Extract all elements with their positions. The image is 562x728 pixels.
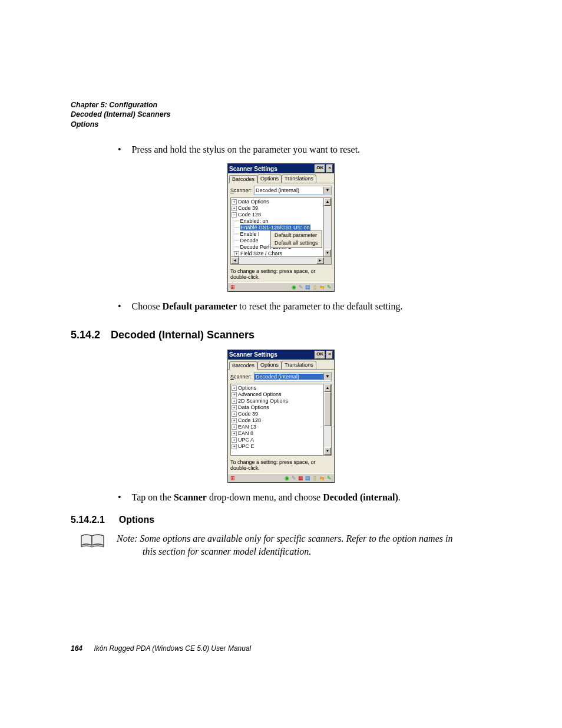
horizontal-scrollbar[interactable]: ◄ ► <box>231 256 331 264</box>
scroll-left-icon[interactable]: ◄ <box>231 257 239 264</box>
tray-icon-3[interactable]: ▤ <box>305 284 311 291</box>
context-menu: Default parameter Default all settings <box>270 230 322 248</box>
tray-icon-7[interactable]: ✎ <box>326 475 332 481</box>
tab-barcodes[interactable]: Barcodes <box>229 361 257 370</box>
tray-icon-1[interactable]: ◉ <box>283 475 290 481</box>
titlebar[interactable]: Scanner Settings OK × <box>228 350 334 360</box>
book-icon <box>80 532 105 558</box>
window-title: Scanner Settings <box>229 351 313 358</box>
tree-selected-item[interactable]: Enable GS1-128/GS1 US: on <box>240 225 310 230</box>
hint-text: To change a setting: press space, or dou… <box>228 267 334 282</box>
ctx-default-all[interactable]: Default all settings <box>271 239 322 247</box>
section-title: Decoded (Internal) Scanners <box>111 329 254 341</box>
scanner-dropdown[interactable]: Decoded (internal) ▼ <box>254 186 332 195</box>
scanner-label: Scanner: <box>230 374 252 380</box>
tray-icon-6[interactable]: ⇆ <box>319 475 325 481</box>
close-button[interactable]: × <box>326 164 333 173</box>
scanner-settings-window-2: Scanner Settings OK × Barcodes Options T… <box>227 350 335 483</box>
scroll-up-icon[interactable]: ▲ <box>324 198 331 206</box>
tab-translations[interactable]: Translations <box>282 361 316 369</box>
tray-icon-2[interactable]: ✎ <box>297 284 304 291</box>
subsection-number: 5.14.2.1 <box>71 515 105 525</box>
chapter-line1: Chapter 5: Configuration <box>71 100 491 110</box>
ok-button[interactable]: OK <box>315 351 325 359</box>
scanner-settings-window-1: Scanner Settings OK × Barcodes Options T… <box>227 163 335 292</box>
settings-tree[interactable]: +Data Options +Code 39 −Code 128 ┊┈┈ Ena… <box>230 197 332 265</box>
taskbar[interactable]: ⊞ ◉ ✎ ▦ ▤ ▯ ⇆ ✎ <box>228 473 334 482</box>
ctx-default-parameter[interactable]: Default parameter <box>271 232 322 239</box>
bullet-text: Tap on the Scanner drop-down menu, and c… <box>132 491 401 504</box>
tab-translations[interactable]: Translations <box>282 174 316 183</box>
chapter-line2: Decoded (Internal) Scanners <box>71 110 491 119</box>
start-icon[interactable]: ⊞ <box>229 284 236 291</box>
hint-text: To change a setting: press space, or dou… <box>228 458 334 473</box>
bullet-icon <box>118 300 121 313</box>
scroll-down-icon[interactable]: ▼ <box>324 447 331 455</box>
settings-tree[interactable]: +Options +Advanced Options +2D Scanning … <box>230 384 332 456</box>
tray-icon-4[interactable]: ▤ <box>305 475 311 481</box>
tabs: Barcodes Options Translations <box>228 360 334 370</box>
page-footer: 164 Ikôn Rugged PDA (Windows CE 5.0) Use… <box>71 644 251 653</box>
subsection-heading: 5.14.2.1 Options <box>71 515 491 525</box>
note: Note: Some options are available only fo… <box>80 532 491 558</box>
ok-button[interactable]: OK <box>315 164 325 173</box>
chapter-line3: Options <box>71 120 491 129</box>
page-number: 164 <box>71 644 82 653</box>
bullet-press-hold: Press and hold the stylus on the paramet… <box>118 143 491 156</box>
chevron-down-icon[interactable]: ▼ <box>323 187 331 194</box>
scroll-right-icon[interactable]: ► <box>316 257 324 264</box>
tray-icon-2[interactable]: ✎ <box>290 475 297 481</box>
bullet-icon <box>118 491 121 504</box>
tab-options[interactable]: Options <box>257 174 282 183</box>
bullet-text: Press and hold the stylus on the paramet… <box>132 143 360 156</box>
section-heading: 5.14.2 Decoded (Internal) Scanners <box>71 329 491 341</box>
bullet-text: Choose Default parameter to reset the pa… <box>132 300 403 313</box>
titlebar[interactable]: Scanner Settings OK × <box>228 164 334 173</box>
scroll-up-icon[interactable]: ▲ <box>324 384 331 392</box>
tray-icon-5[interactable]: ⇆ <box>319 284 325 291</box>
tray-icon-1[interactable]: ◉ <box>290 284 297 291</box>
close-button[interactable]: × <box>326 351 333 359</box>
bullet-tap-scanner: Tap on the Scanner drop-down menu, and c… <box>118 491 491 504</box>
tabs: Barcodes Options Translations <box>228 173 334 183</box>
bullet-icon <box>118 143 121 156</box>
scanner-label: Scanner: <box>230 187 252 193</box>
scanner-dropdown[interactable]: Decoded (internal) ▼ <box>254 372 332 381</box>
scanner-dropdown-value: Decoded (internal) <box>254 187 323 193</box>
tab-barcodes[interactable]: Barcodes <box>229 175 257 183</box>
tray-icon-3[interactable]: ▦ <box>297 475 304 481</box>
chapter-header: Chapter 5: Configuration Decoded (Intern… <box>71 100 491 129</box>
chevron-down-icon[interactable]: ▼ <box>323 373 331 380</box>
tray-icon-5[interactable]: ▯ <box>312 475 318 481</box>
tray-icon-6[interactable]: ✎ <box>326 284 332 291</box>
taskbar[interactable]: ⊞ ◉ ✎ ▤ ▯ ⇆ ✎ <box>228 282 334 291</box>
bullet-default-parameter: Choose Default parameter to reset the pa… <box>118 300 491 313</box>
footer-text: Ikôn Rugged PDA (Windows CE 5.0) User Ma… <box>94 644 251 653</box>
subsection-title: Options <box>119 515 154 525</box>
vertical-scrollbar[interactable]: ▲ ▼ <box>323 384 331 455</box>
start-icon[interactable]: ⊞ <box>229 475 236 481</box>
scanner-dropdown-value: Decoded (internal) <box>254 374 323 380</box>
section-number: 5.14.2 <box>71 329 100 341</box>
note-text: Note: Some options are available only fo… <box>117 532 452 558</box>
tray-icon-4[interactable]: ▯ <box>312 284 318 291</box>
tab-options[interactable]: Options <box>257 361 282 369</box>
vertical-scrollbar[interactable]: ▲ ▼ <box>323 198 331 257</box>
window-title: Scanner Settings <box>229 166 313 172</box>
